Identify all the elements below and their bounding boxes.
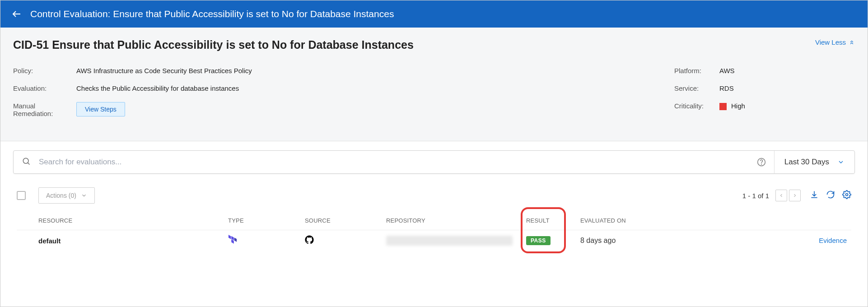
pass-badge: PASS [526,236,551,245]
policy-label: Policy: [13,67,76,74]
search-input[interactable] [39,158,749,167]
prev-page-button[interactable] [775,190,787,201]
pager-text: 1 - 1 of 1 [742,192,769,200]
manual-remediation-label: Manual Remediation: [13,102,76,117]
col-resource: RESOURCE [38,217,228,224]
platform-value: AWS [719,67,735,74]
results-table: RESOURCE TYPE SOURCE REPOSITORY RESULT E… [0,209,868,251]
type-terraform-icon [228,235,305,247]
result-cell: PASS [526,236,580,245]
platform-label: Platform: [674,67,719,74]
evidence-link[interactable]: Evidence [819,237,847,244]
criticality-swatch-icon [719,103,727,110]
back-arrow-icon[interactable] [11,9,22,19]
next-page-button[interactable] [789,190,801,201]
repository-cell [386,236,526,246]
chevron-down-icon [81,192,87,199]
criticality-label: Criticality: [674,102,719,110]
col-evaluated-on: EVALUATED ON [580,217,657,224]
detail-panel: CID-51 Ensure that Public Accessibility … [0,28,868,141]
download-icon[interactable] [810,190,819,201]
evaluation-label: Evaluation: [13,84,76,92]
col-type: TYPE [228,217,305,224]
repository-redacted [386,236,513,246]
svg-point-5 [846,194,848,196]
policy-value: AWS Infrastructure as Code Security Best… [76,67,252,74]
view-less-toggle[interactable]: View Less [815,38,855,46]
col-repository: REPOSITORY [386,217,526,224]
header-bar: Control Evaluation: Ensure that Public A… [0,0,868,28]
search-box: Last 30 Days [13,150,855,174]
chevron-down-icon [837,158,845,166]
page-title: CID-51 Ensure that Public Accessibility … [13,38,414,51]
evaluated-on-cell: 8 days ago [580,237,657,245]
service-value: RDS [719,84,734,92]
service-label: Service: [674,84,719,92]
select-all-checkbox[interactable] [17,191,26,200]
date-filter-dropdown[interactable]: Last 30 Days [775,151,854,173]
resource-name: default [38,237,228,245]
evaluation-value: Checks the Public Accessibility for data… [76,84,239,92]
criticality-text: High [731,102,745,110]
refresh-icon[interactable] [826,190,835,201]
table-row[interactable]: default PASS 8 days ago Evidence [17,230,851,251]
view-steps-button[interactable]: View Steps [76,102,125,116]
col-result: RESULT [526,217,580,224]
actions-label: Actions (0) [46,192,76,199]
svg-point-1 [23,158,28,163]
table-controls: Actions (0) 1 - 1 of 1 [0,179,868,209]
date-filter-label: Last 30 Days [784,158,829,167]
actions-dropdown[interactable]: Actions (0) [38,187,95,204]
svg-line-2 [28,163,29,164]
view-less-label: View Less [815,38,846,46]
search-icon [14,157,39,167]
criticality-value: High [719,102,745,110]
header-title: Control Evaluation: Ensure that Public A… [30,9,394,19]
settings-gear-icon[interactable] [842,190,851,201]
source-github-icon [305,235,386,246]
table-header-row: RESOURCE TYPE SOURCE REPOSITORY RESULT E… [17,209,851,230]
col-source: SOURCE [305,217,386,224]
help-icon[interactable] [749,151,775,173]
search-row: Last 30 Days [0,141,868,179]
svg-point-4 [761,164,761,164]
